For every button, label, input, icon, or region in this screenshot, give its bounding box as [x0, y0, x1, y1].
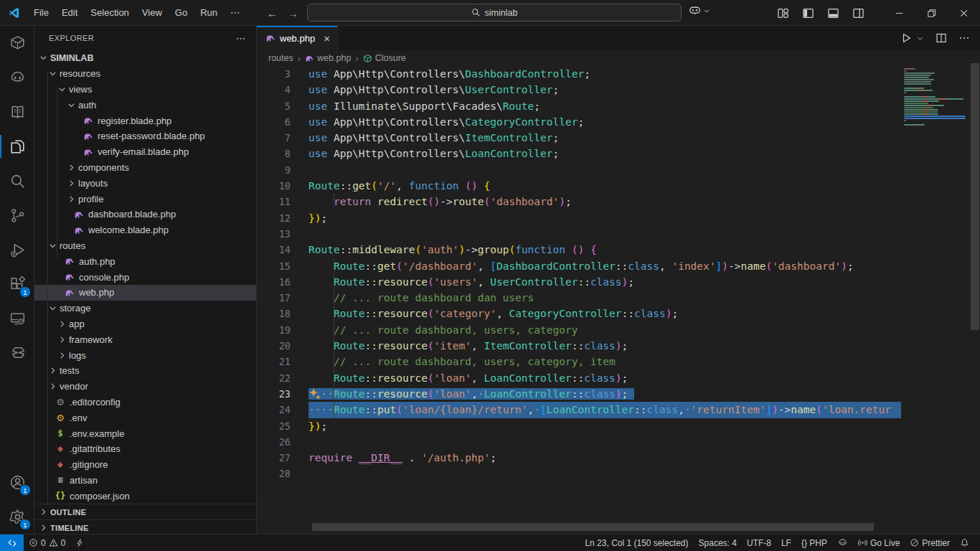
line-number[interactable]: 19 — [257, 322, 291, 338]
close-button[interactable] — [948, 0, 980, 26]
code-line-24[interactable]: 24····Route::put('loan/{loan}/return',·[… — [257, 402, 901, 418]
tree-item-verify-email.blade.php[interactable]: verify-email.blade.php — [34, 144, 256, 160]
layout-customize-icon[interactable] — [777, 7, 789, 19]
code-line-13[interactable]: 13 — [257, 226, 901, 242]
line-number[interactable]: 12 — [257, 210, 291, 226]
split-editor-icon[interactable] — [936, 32, 947, 44]
tree-item-register.blade.php[interactable]: register.blade.php — [34, 113, 256, 128]
activity-s-extension[interactable] — [0, 336, 34, 370]
menu-edit[interactable]: Edit — [55, 4, 84, 21]
line-number[interactable]: 16 — [257, 274, 291, 290]
code-line-28[interactable]: 28 — [257, 466, 901, 481]
notifications[interactable] — [955, 534, 974, 551]
code-line-10[interactable]: 10Route::get('/', function () { — [257, 178, 901, 194]
bolt-status[interactable] — [70, 534, 89, 551]
code-line-19[interactable]: 19 // ... route dashboard, users, catego… — [257, 322, 901, 338]
restore-button[interactable] — [915, 0, 948, 26]
tree-item-console.php[interactable]: console.php — [34, 269, 256, 285]
breadcrumb-Closure[interactable]: Closure — [363, 53, 406, 63]
tree-item-framework[interactable]: framework — [34, 331, 256, 347]
code-line-22[interactable]: 22 Route::resource('loan', LoanControlle… — [257, 370, 901, 386]
activity-settings-gear[interactable]: 1 — [0, 499, 34, 534]
line-number[interactable]: 14 — [257, 242, 291, 258]
tree-item-profile[interactable]: profile — [34, 191, 256, 207]
code-line-20[interactable]: 20 Route::resource('item', ItemControlle… — [257, 338, 901, 354]
activity-explorer[interactable] — [0, 129, 34, 164]
tree-item-reset-password.blade.php[interactable]: reset-password.blade.php — [34, 128, 256, 144]
activity-container[interactable] — [0, 26, 34, 60]
run-icon[interactable] — [900, 32, 912, 44]
tree-item-.editorconfig[interactable]: ⚙.editorconfig — [34, 395, 256, 410]
line-number[interactable]: 11 — [257, 194, 291, 209]
code-line-12[interactable]: 12}); — [257, 210, 901, 226]
line-number[interactable]: 25 — [257, 418, 291, 434]
code-line-9[interactable]: 9 — [257, 162, 901, 178]
remote-indicator[interactable] — [0, 534, 24, 551]
line-number[interactable]: 26 — [257, 434, 291, 450]
code-line-26[interactable]: 26 — [257, 434, 901, 450]
nav-forward-button[interactable]: → — [288, 7, 298, 19]
menu-run[interactable]: Run — [194, 4, 224, 21]
tree-item-web.php[interactable]: web.php — [34, 285, 256, 301]
line-number[interactable]: 24 — [257, 402, 291, 418]
line-number[interactable]: 22 — [257, 370, 291, 386]
prettier[interactable]: Prettier — [905, 534, 955, 551]
code-line-4[interactable]: 4use App\Http\Controllers\UserController… — [257, 82, 901, 98]
language-mode[interactable]: {} PHP — [796, 534, 832, 551]
activity-accounts[interactable]: 1 — [0, 465, 34, 499]
line-number[interactable]: 7 — [257, 130, 291, 146]
code-line-23[interactable]: 23 ··Route::resource('loan',·LoanControl… — [257, 386, 901, 402]
breadcrumb-routes[interactable]: routes — [268, 53, 293, 63]
tree-item-.env[interactable]: ⚙.env — [34, 410, 256, 425]
code-line-11[interactable]: 11 return redirect()->route('dashboard')… — [257, 194, 901, 209]
code-line-16[interactable]: 16 Route::resource('users', UserControll… — [257, 274, 901, 290]
vertical-scrollbar[interactable] — [971, 63, 979, 330]
tree-item-logs[interactable]: logs — [34, 347, 256, 363]
breadcrumb-web.php[interactable]: web.php — [305, 53, 351, 63]
tree-item-components[interactable]: components — [34, 160, 256, 176]
section-outline[interactable]: OUTLINE — [34, 504, 256, 519]
code-line-21[interactable]: 21 // ... route dashboard, users, catego… — [257, 354, 901, 369]
code-line-25[interactable]: 25}); — [257, 418, 901, 434]
minimize-button[interactable] — [883, 0, 915, 26]
explorer-actions-button[interactable]: ⋯ — [236, 32, 246, 44]
tree-item-dashboard.blade.php[interactable]: dashboard.blade.php — [34, 207, 256, 222]
nav-back-button[interactable]: ← — [267, 7, 278, 19]
activity-extensions[interactable]: 1 — [0, 267, 34, 301]
minimap[interactable] — [901, 66, 970, 534]
line-number[interactable]: 4 — [257, 82, 291, 98]
tab-web-php[interactable]: web.php × — [257, 26, 338, 50]
menu-selection[interactable]: Selection — [84, 4, 135, 21]
line-number[interactable]: 20 — [257, 338, 291, 354]
menu-file[interactable]: File — [27, 4, 55, 21]
activity-search[interactable] — [0, 164, 34, 198]
line-number[interactable]: 8 — [257, 146, 291, 161]
code-line-8[interactable]: 8use App\Http\Controllers\LoanController… — [257, 146, 901, 161]
tree-item-SIMINLAB[interactable]: SIMINLAB — [34, 50, 256, 66]
code-line-3[interactable]: 3use App\Http\Controllers\DashboardContr… — [257, 66, 901, 82]
tree-item-vendor[interactable]: vendor — [34, 379, 256, 395]
code-line-15[interactable]: 15 Route::get('/dashboard', [DashboardCo… — [257, 258, 901, 274]
menu-more-button[interactable]: ⋯ — [224, 4, 246, 21]
encoding[interactable]: UTF-8 — [742, 534, 776, 551]
menu-view[interactable]: View — [136, 4, 169, 21]
line-number[interactable]: 9 — [257, 162, 291, 178]
eol[interactable]: LF — [776, 534, 796, 551]
more-icon[interactable] — [958, 32, 970, 44]
tree-item-.gitattributes[interactable]: .gitattributes — [34, 441, 256, 457]
command-center-search[interactable]: siminlab — [307, 4, 682, 22]
horizontal-scrollbar[interactable] — [312, 523, 874, 531]
activity-remote-explorer[interactable] — [0, 301, 34, 336]
line-number[interactable]: 3 — [257, 66, 291, 82]
line-number[interactable]: 15 — [257, 258, 291, 274]
line-number[interactable]: 28 — [257, 466, 291, 481]
tree-item-.env.example[interactable]: $.env.example — [34, 425, 256, 441]
indentation[interactable]: Spaces: 4 — [694, 534, 742, 551]
tree-item-.gitignore[interactable]: .gitignore — [34, 457, 256, 473]
tree-item-auth.php[interactable]: auth.php — [34, 253, 256, 269]
code-line-18[interactable]: 18 Route::resource('category', CategoryC… — [257, 306, 901, 321]
copilot-status[interactable] — [832, 534, 853, 551]
layout-sidebar-left-icon[interactable] — [802, 7, 814, 19]
line-number[interactable]: 21 — [257, 354, 291, 369]
activity-copilot-face[interactable] — [0, 60, 34, 95]
